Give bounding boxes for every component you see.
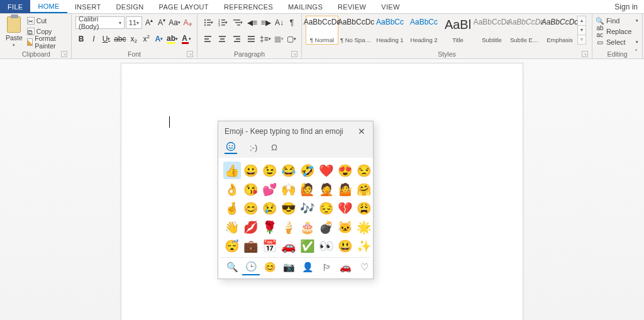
text-effects[interactable]: A▾ <box>153 33 165 45</box>
style-item[interactable]: AaBbCcHeading 2 <box>408 16 440 45</box>
emoji-item[interactable]: 😩 <box>355 199 373 217</box>
emoji-category[interactable]: 😊 <box>261 259 279 275</box>
tab-design[interactable]: DESIGN <box>109 0 152 13</box>
emoji-item[interactable]: 🚗 <box>280 237 297 255</box>
increase-indent[interactable]: ≡▶ <box>260 16 272 29</box>
highlight-color[interactable]: ab▾ <box>166 33 179 45</box>
styles-scroll[interactable]: ▴▾▿ <box>577 16 586 45</box>
emoji-item[interactable]: 🤣 <box>299 162 316 179</box>
emoji-item[interactable]: 😊 <box>242 199 260 217</box>
strikethrough-button[interactable]: abc <box>113 33 127 45</box>
emoji-item[interactable]: 💕 <box>261 180 279 198</box>
emoji-item[interactable]: 😘 <box>242 180 260 198</box>
tab-insert[interactable]: INSERT <box>67 0 109 13</box>
underline-button[interactable]: U▾ <box>101 33 112 45</box>
emoji-item[interactable]: 😒 <box>355 162 373 179</box>
emoji-item[interactable]: 🌟 <box>355 218 373 236</box>
style-item[interactable]: AaBbCcDc¶ Normal <box>306 16 338 45</box>
numbering-button[interactable]: 123▾ <box>216 16 230 29</box>
tab-view[interactable]: VIEW <box>374 0 407 13</box>
emoji-category[interactable]: 📷 <box>280 259 297 275</box>
bullets-button[interactable]: ▾ <box>201 16 215 29</box>
emoji-item[interactable]: 😉 <box>261 162 279 179</box>
line-spacing[interactable]: ‡≡▾ <box>259 33 272 45</box>
tab-file[interactable]: FILE <box>0 0 30 13</box>
emoji-category[interactable]: 🚗 <box>336 259 354 275</box>
emoji-item[interactable]: 💋 <box>242 218 260 236</box>
close-icon[interactable]: ✕ <box>355 125 368 138</box>
styles-dialog-launcher[interactable]: ↘ <box>582 51 588 57</box>
multilevel-list-button[interactable]: ▾ <box>231 16 245 29</box>
emoji-item[interactable]: 💣 <box>318 218 335 236</box>
emoji-item[interactable]: 😂 <box>280 162 297 179</box>
increase-font-size[interactable]: A▴ <box>143 16 155 29</box>
emoji-item[interactable]: 💼 <box>242 237 260 255</box>
emoji-category[interactable]: ♡ <box>355 259 373 275</box>
emoji-item[interactable]: 🤦 <box>318 180 335 198</box>
emoji-item[interactable]: 🤞 <box>223 199 241 217</box>
tab-references[interactable]: REFERENCES <box>216 0 280 13</box>
emoji-item[interactable]: 🙌 <box>280 180 297 198</box>
tab-review[interactable]: REVIEW <box>330 0 374 13</box>
style-item[interactable]: AaBlTitle <box>441 16 474 45</box>
align-center[interactable] <box>216 33 229 45</box>
emoji-item[interactable]: ✅ <box>299 237 316 255</box>
emoji-category[interactable]: 🏳 <box>318 259 335 275</box>
style-item[interactable]: AaBbCcDcSubtle Em… <box>509 16 542 45</box>
emoji-tab-symbols[interactable]: Ω <box>270 140 279 154</box>
emoji-item[interactable]: 😍 <box>336 162 354 179</box>
emoji-category[interactable]: 👤 <box>299 259 316 275</box>
emoji-item[interactable]: 📅 <box>261 237 279 255</box>
font-dialog-launcher[interactable]: ↘ <box>187 51 193 57</box>
font-color[interactable]: A▾ <box>180 33 193 45</box>
sign-in[interactable]: Sign in <box>608 0 644 13</box>
tab-home[interactable]: HOME <box>30 0 67 13</box>
italic-button[interactable]: I <box>88 33 99 45</box>
align-left[interactable] <box>201 33 214 45</box>
emoji-item[interactable]: 🌹 <box>261 218 279 236</box>
change-case[interactable]: Aa▾ <box>169 16 180 29</box>
emoji-item[interactable]: 😢 <box>261 199 279 217</box>
emoji-tab-emoji[interactable] <box>225 140 237 154</box>
style-item[interactable]: AaBbCcHeading 1 <box>374 16 406 45</box>
bold-button[interactable]: B <box>75 33 87 45</box>
emoji-item[interactable]: 🍦 <box>280 218 297 236</box>
borders-button[interactable]: ▢▾ <box>286 33 297 45</box>
emoji-item[interactable]: ✨ <box>355 237 373 255</box>
emoji-item[interactable]: 👀 <box>318 237 335 255</box>
decrease-font-size[interactable]: A▾ <box>156 16 167 29</box>
emoji-item[interactable]: 👍 <box>223 162 241 179</box>
show-marks-button[interactable]: ¶ <box>286 16 297 29</box>
cut-button[interactable]: ✂ Cut <box>27 16 67 26</box>
emoji-item[interactable]: 👌 <box>223 180 241 198</box>
emoji-item[interactable]: 😔 <box>318 199 335 217</box>
tab-mailings[interactable]: MAILINGS <box>280 0 330 13</box>
replace-button[interactable]: abac Replace <box>596 26 638 36</box>
style-item[interactable]: AaBbCcDcEmphasis <box>543 16 576 45</box>
emoji-item[interactable]: 🤷 <box>336 180 354 198</box>
paste-button[interactable]: Paste ▾ <box>5 16 23 48</box>
sort-button[interactable]: A↓ <box>274 16 285 29</box>
emoji-item[interactable]: 😀 <box>242 162 260 179</box>
emoji-item[interactable]: 🤗 <box>355 180 373 198</box>
font-size-combo[interactable]: 11 ▾ <box>126 16 142 29</box>
select-button[interactable]: ▭ Select ▾ <box>596 37 638 47</box>
emoji-item[interactable]: 💔 <box>336 199 354 217</box>
emoji-item[interactable]: 🐱 <box>336 218 354 236</box>
style-item[interactable]: AaBbCcDcSubtitle <box>475 16 508 45</box>
tab-page-layout[interactable]: PAGE LAYOUT <box>152 0 216 13</box>
align-right[interactable] <box>230 33 243 45</box>
emoji-item[interactable]: 😴 <box>223 237 241 255</box>
subscript-button[interactable]: x2 <box>128 33 140 45</box>
paragraph-dialog-launcher[interactable]: ↘ <box>291 51 297 57</box>
emoji-category[interactable]: 🕒 <box>242 259 260 275</box>
emoji-tab-kaomoji[interactable]: ;-) <box>248 140 258 154</box>
emoji-item[interactable]: 🙋 <box>299 180 316 198</box>
style-item[interactable]: AaBbCcDc¶ No Spac… <box>340 16 372 45</box>
superscript-button[interactable]: x2 <box>141 33 152 45</box>
emoji-item[interactable]: 🎶 <box>299 199 316 217</box>
emoji-item[interactable]: ❤️ <box>318 162 335 179</box>
justify[interactable] <box>245 33 258 45</box>
emoji-category[interactable]: 🔍 <box>223 259 241 275</box>
collapse-ribbon[interactable]: ˄ <box>631 47 640 56</box>
